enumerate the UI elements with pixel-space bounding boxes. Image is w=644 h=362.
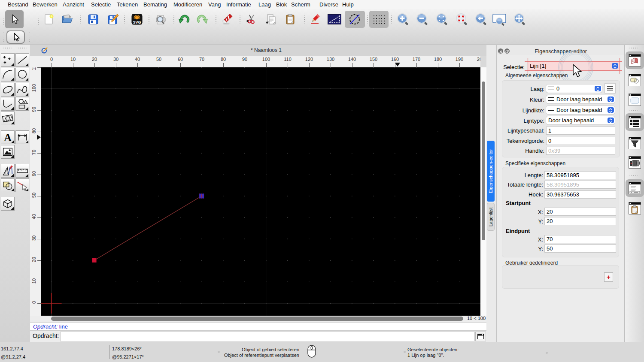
svg-text:SVG: SVG: [133, 20, 141, 24]
svg-text:A: A: [4, 132, 12, 143]
